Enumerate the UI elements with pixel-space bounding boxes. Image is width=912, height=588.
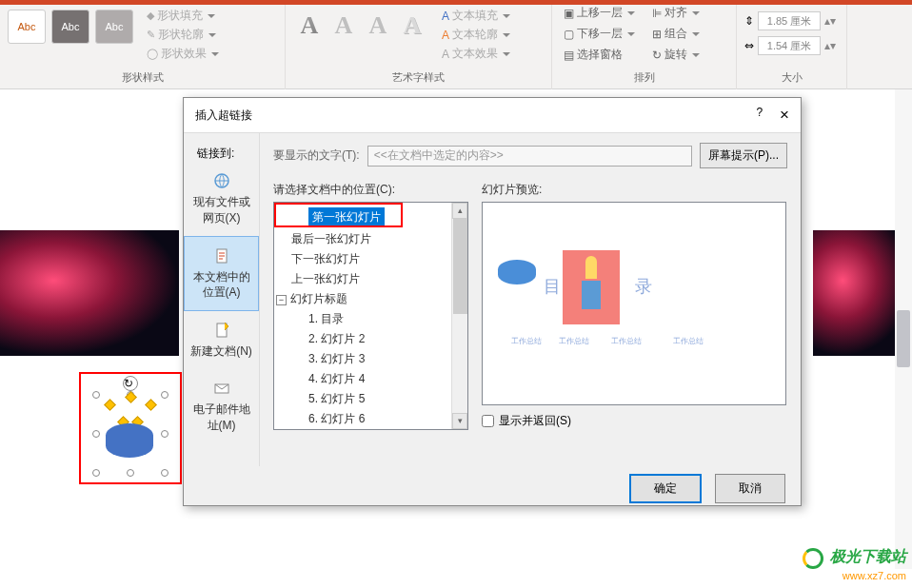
shape-effects-button[interactable]: ◯ 形状效果: [147, 46, 219, 62]
dialog-titlebar: 插入超链接 ? ×: [184, 98, 801, 133]
watermark-logo-icon: [803, 548, 823, 569]
send-backward-button[interactable]: ▢ 下移一层: [560, 25, 639, 43]
tree-slide-6[interactable]: 6. 幻灯片 6: [274, 409, 467, 429]
sidebar-email[interactable]: 电子邮件地址(M): [184, 369, 259, 443]
insert-hyperlink-dialog: 插入超链接 ? × 链接到: 现有文件或网页(X) 本文档中的位置(A) 新建: [183, 97, 802, 506]
width-spinner[interactable]: ▴▾: [824, 39, 834, 52]
preview-cylinder: [498, 260, 536, 284]
linkto-sidebar: 现有文件或网页(X) 本文档中的位置(A) 新建文档(N) 电子邮件地址(M): [184, 133, 260, 466]
sidebar-new-doc[interactable]: 新建文档(N): [184, 311, 259, 369]
cancel-button[interactable]: 取消: [715, 474, 785, 503]
ribbon-accent: [0, 0, 912, 5]
close-button[interactable]: ×: [780, 106, 789, 125]
height-input[interactable]: [758, 11, 821, 30]
tree-slide-3[interactable]: 3. 幻灯片 3: [274, 349, 467, 369]
tree-slide-4[interactable]: 4. 幻灯片 4: [274, 369, 467, 389]
shape-style-preset-3[interactable]: Abc: [95, 10, 133, 44]
new-document-icon: [212, 321, 231, 340]
preview-card: [563, 250, 620, 324]
shape-style-preset-1[interactable]: Abc: [8, 10, 46, 44]
group-label-arrange: 排列: [560, 68, 728, 88]
sidebar-place-in-doc[interactable]: 本文档中的位置(A): [184, 236, 259, 312]
wordart-preset-1[interactable]: A: [293, 10, 326, 42]
width-control[interactable]: ⇔ ▴▾: [744, 36, 834, 55]
vertical-scrollbar[interactable]: [895, 89, 912, 569]
screentip-button[interactable]: 屏幕提示(P)...: [700, 143, 787, 168]
text-effects-button[interactable]: A 文本效果: [442, 46, 510, 62]
group-arrange: ▣ 上移一层 ▢ 下移一层 ▤ 选择窗格 ⊫ 对齐 ⊞ 组合 ↻ 旋转 排列: [552, 0, 737, 89]
height-spinner[interactable]: ▴▾: [824, 14, 834, 28]
height-icon: ⇕: [744, 14, 754, 28]
watermark-name: 极光下载站: [830, 548, 906, 564]
tree-slide-1[interactable]: 1. 目录: [274, 309, 467, 329]
selected-shape-preview: ↻: [79, 372, 182, 484]
dialog-main: 要显示的文字(T): 屏幕提示(P)... 请选择文档中的位置(C): 第一张幻…: [260, 133, 801, 466]
location-label: 请选择文档中的位置(C):: [273, 182, 468, 198]
display-text-input: [367, 146, 692, 167]
preview-label: 幻灯片预览:: [482, 182, 787, 198]
cylinder-shape[interactable]: [106, 423, 153, 458]
sidebar-existing-file[interactable]: 现有文件或网页(X): [184, 162, 259, 236]
background-slide: [0, 230, 179, 356]
ok-button[interactable]: 确定: [629, 474, 702, 503]
tree-slide-5[interactable]: 5. 幻灯片 5: [274, 389, 467, 409]
tree-last-slide[interactable]: 最后一张幻灯片: [274, 229, 467, 249]
tree-scrollbar[interactable]: ▴ ▾: [451, 203, 467, 429]
wordart-preset-2[interactable]: A: [327, 10, 360, 42]
height-control[interactable]: ⇕ ▴▾: [744, 11, 834, 30]
preview-sub-4: 工作总结: [673, 336, 704, 346]
preview-sub-2: 工作总结: [559, 336, 589, 346]
email-icon: [212, 379, 231, 398]
canvas: ↻ 插入超链接 ? × 链接到: 现有文件或网页(X): [0, 89, 912, 588]
wordart-preset-3[interactable]: A: [362, 10, 394, 42]
group-wordart: A A A A A 文本填充 A 文本轮廓 A 文本效果 艺术字样式: [286, 0, 552, 89]
rotate-button[interactable]: ↻ 旋转: [648, 46, 704, 64]
rotation-handle-icon[interactable]: ↻: [123, 376, 138, 391]
tree-slide-2[interactable]: 2. 幻灯片 2: [274, 329, 467, 349]
preview-sub-1: 工作总结: [511, 336, 542, 346]
align-button[interactable]: ⊫ 对齐: [648, 4, 704, 22]
group-label-size: 大小: [744, 68, 839, 88]
document-icon: [212, 246, 231, 265]
scroll-up-icon[interactable]: ▴: [452, 203, 467, 219]
shape-outline-button[interactable]: ✎ 形状轮廓: [147, 27, 219, 43]
bring-forward-button[interactable]: ▣ 上移一层: [560, 4, 639, 22]
help-button[interactable]: ?: [756, 106, 763, 125]
person-icon: [585, 256, 597, 279]
scroll-down-icon[interactable]: ▾: [452, 413, 467, 429]
wordart-preset-4[interactable]: A: [396, 10, 428, 42]
group-button[interactable]: ⊞ 组合: [648, 25, 704, 43]
slide-preview-box: 目 录 工作总结 工作总结 工作总结 工作总结: [482, 202, 786, 405]
tree-slide-titles[interactable]: −幻灯片标题: [274, 289, 467, 309]
group-label-shape: 形状样式: [8, 68, 277, 88]
collapse-icon[interactable]: −: [276, 295, 287, 305]
preview-mu: 目: [544, 275, 561, 298]
tree-next-slide[interactable]: 下一张幻灯片: [274, 249, 467, 269]
watermark: 极光下载站 www.xz7.com: [803, 547, 906, 582]
tree-slide-7[interactable]: 7. 幻灯片 7: [274, 429, 467, 430]
slide-tree[interactable]: 第一张幻灯片 最后一张幻灯片 下一张幻灯片 上一张幻灯片 −幻灯片标题 1. 目…: [273, 202, 468, 430]
show-return-input[interactable]: [482, 415, 494, 427]
width-icon: ⇔: [744, 39, 754, 52]
show-return-checkbox[interactable]: 显示并返回(S): [482, 413, 787, 429]
group-size: ⇕ ▴▾ ⇔ ▴▾ 大小: [737, 0, 847, 89]
globe-file-icon: [212, 171, 231, 190]
scroll-thumb[interactable]: [453, 219, 467, 314]
tree-prev-slide[interactable]: 上一张幻灯片: [274, 269, 467, 289]
width-input[interactable]: [758, 36, 821, 55]
text-outline-button[interactable]: A 文本轮廓: [442, 27, 510, 43]
shape-fill-button[interactable]: ◆ 形状填充: [147, 8, 219, 24]
ribbon: Abc Abc Abc ◆ 形状填充 ✎ 形状轮廓 ◯ 形状效果 形状样式 A …: [0, 0, 912, 89]
selection-pane-button[interactable]: ▤ 选择窗格: [560, 46, 639, 64]
tree-first-slide[interactable]: 第一张幻灯片: [274, 206, 467, 229]
dialog-title: 插入超链接: [195, 108, 252, 124]
shape-style-preset-2[interactable]: Abc: [51, 10, 89, 44]
preview-lu: 录: [635, 275, 652, 298]
watermark-url: www.xz7.com: [843, 570, 906, 581]
vertical-scroll-thumb[interactable]: [897, 310, 910, 367]
linkto-label: 链接到:: [197, 146, 234, 162]
text-fill-button[interactable]: A 文本填充: [442, 8, 510, 24]
group-shape-styles: Abc Abc Abc ◆ 形状填充 ✎ 形状轮廓 ◯ 形状效果 形状样式: [0, 0, 286, 89]
preview-sub-3: 工作总结: [611, 336, 642, 346]
dialog-footer: 确定 取消: [184, 466, 801, 511]
